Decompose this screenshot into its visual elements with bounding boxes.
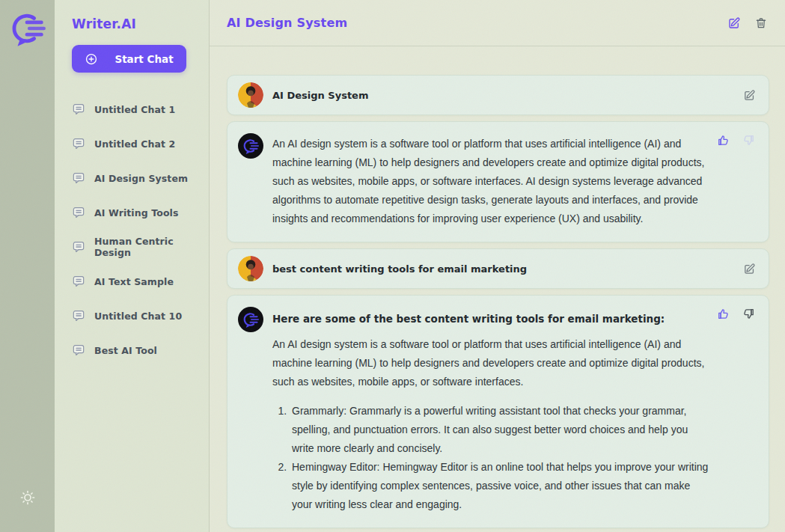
thumbs-down-icon	[741, 133, 755, 147]
chat-bubble-icon	[72, 240, 85, 254]
left-rail	[0, 0, 55, 532]
delete-conversation-button[interactable]	[754, 16, 769, 31]
assistant-paragraph: An AI design system is a software tool o…	[272, 335, 716, 391]
start-chat-button[interactable]: Start Chat	[72, 45, 186, 73]
assistant-numbered-list: Grammarly: Grammarly is a powerful writi…	[272, 402, 710, 514]
feedback-buttons	[716, 306, 755, 321]
chat-item-label: Untitled Chat 10	[94, 311, 182, 322]
thumbs-down-icon	[741, 307, 755, 321]
chat-bubble-icon	[72, 137, 85, 150]
header-actions	[727, 16, 769, 31]
sidebar-item-human-centric-design[interactable]: Human Centric Design	[72, 230, 209, 264]
chat-item-label: AI Writing Tools	[94, 207, 179, 218]
assistant-message-card: An AI design system is a software tool o…	[227, 121, 769, 242]
thumbs-up-icon	[717, 307, 731, 321]
sidebar-item-ai-design-system[interactable]: AI Design System	[72, 161, 209, 195]
chat-bubble-icon	[72, 275, 85, 288]
assistant-intro-text: Here are some of the best content writin…	[272, 313, 716, 325]
assistant-message-card: Here are some of the best content writin…	[227, 295, 769, 528]
chat-bubble-icon	[72, 309, 85, 322]
trash-icon	[754, 16, 768, 30]
thumbs-up-button[interactable]	[716, 132, 731, 147]
list-item: Hemingway Editor: Hemingway Editor is an…	[290, 458, 710, 514]
sidebar-item-ai-writing-tools[interactable]: AI Writing Tools	[72, 195, 209, 230]
chat-list: Untitled Chat 1 Untitled Chat 2 AI Desig…	[72, 92, 209, 367]
conversation-header: AI Design System	[210, 0, 785, 46]
sidebar: Writer.AI Start Chat Untitled Chat 1 Unt…	[55, 0, 210, 532]
thumbs-up-button[interactable]	[716, 306, 731, 321]
chat-item-label: Untitled Chat 2	[94, 138, 175, 150]
thumbs-down-button[interactable]	[740, 132, 755, 147]
writer-logo-icon[interactable]	[8, 9, 47, 48]
conversation-scroll-area[interactable]: AI Design System	[210, 46, 785, 532]
edit-icon	[743, 263, 756, 275]
rename-conversation-button[interactable]	[727, 16, 742, 31]
user-message-card: AI Design System	[227, 75, 769, 115]
assistant-avatar	[238, 133, 263, 159]
edit-message-button[interactable]	[742, 261, 757, 276]
brand-name: Writer.AI	[72, 16, 209, 31]
assistant-paragraph: An AI design system is a software tool o…	[272, 135, 716, 228]
thumbs-up-icon	[717, 133, 731, 147]
sidebar-item-untitled-chat-1[interactable]: Untitled Chat 1	[72, 92, 209, 126]
page-title: AI Design System	[227, 16, 347, 30]
chat-item-label: AI Design System	[94, 173, 188, 184]
plus-circle-icon	[85, 52, 98, 66]
chat-bubble-icon	[72, 206, 85, 219]
user-message-text: AI Design System	[272, 90, 368, 101]
assistant-avatar	[238, 307, 263, 332]
sidebar-item-ai-text-sample[interactable]: AI Text Sample	[72, 264, 209, 299]
chat-bubble-icon	[72, 343, 85, 357]
edit-icon	[727, 16, 741, 30]
sidebar-item-untitled-chat-10[interactable]: Untitled Chat 10	[72, 299, 209, 333]
chat-bubble-icon	[72, 103, 85, 116]
user-avatar	[238, 82, 263, 108]
chat-item-label: Human Centric Design	[94, 236, 209, 258]
theme-toggle-sun-icon[interactable]	[19, 489, 37, 507]
chat-item-label: Best AI Tool	[94, 345, 157, 356]
chat-item-label: AI Text Sample	[94, 276, 174, 287]
start-chat-label: Start Chat	[114, 53, 173, 65]
sidebar-item-untitled-chat-2[interactable]: Untitled Chat 2	[72, 126, 209, 161]
chat-item-label: Untitled Chat 1	[94, 104, 175, 115]
user-avatar	[238, 256, 263, 281]
edit-icon	[743, 89, 756, 102]
list-item: Grammarly: Grammarly is a powerful writi…	[290, 402, 710, 458]
thumbs-down-button[interactable]	[740, 306, 755, 321]
sidebar-item-best-ai-tool[interactable]: Best AI Tool	[72, 333, 209, 367]
user-message-card: best content writing tools for email mar…	[227, 248, 769, 289]
feedback-buttons	[716, 132, 755, 147]
edit-message-button[interactable]	[742, 88, 757, 103]
user-message-text: best content writing tools for email mar…	[272, 263, 527, 275]
chat-bubble-icon	[72, 171, 85, 185]
main-panel: AI Design System	[210, 0, 785, 532]
